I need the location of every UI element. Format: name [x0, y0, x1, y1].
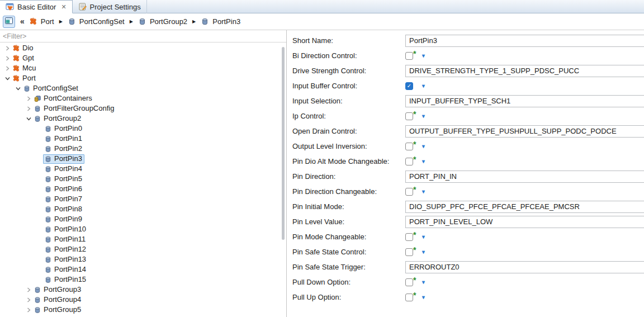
expander-expanded-icon[interactable]	[14, 84, 22, 92]
pin-direction-changeable-checkbox[interactable]	[405, 188, 413, 196]
form-label: Input Buffer Control:	[287, 82, 405, 90]
tree-item-portpin2[interactable]: PortPin2	[0, 144, 282, 154]
dropdown-arrow-icon[interactable]: ▼	[421, 159, 426, 164]
output-level-inversion-checkbox[interactable]	[405, 143, 413, 150]
tree-item-portpin14[interactable]: PortPin14	[0, 264, 282, 275]
input-buffer-control-checkbox[interactable]: ✓	[405, 82, 413, 90]
pin-initial-mode-field[interactable]	[405, 201, 644, 213]
tree-item-portpin9[interactable]: PortPin9	[0, 214, 282, 224]
tree-item-portgroup2[interactable]: PortGroup2	[0, 113, 282, 124]
breadcrumb-item-portconfigset[interactable]: PortConfigSet	[68, 17, 125, 26]
tab-basic-editor[interactable]: Basic Editor✕	[0, 0, 73, 13]
input-selection-field[interactable]	[405, 95, 644, 107]
expander-expanded-icon[interactable]	[3, 74, 11, 82]
module-icon	[12, 44, 20, 52]
config-icon	[44, 205, 52, 213]
toggle-form-editor-button[interactable]	[3, 16, 15, 28]
form-row-output-level-inversion: Output Level Inversion:*▼	[287, 139, 644, 154]
tree-item-portpin1[interactable]: PortPin1	[0, 134, 282, 144]
form-row-bi-direction-control: Bi Direction Control:*▼	[287, 48, 644, 63]
tree-item-portpin3[interactable]: PortPin3	[0, 154, 282, 164]
pin-safe-state-trigger-field[interactable]	[405, 261, 644, 273]
bi-direction-control-checkbox[interactable]	[405, 52, 413, 60]
expander-collapsed-icon[interactable]	[3, 64, 11, 72]
pull-up-option-checkbox[interactable]	[405, 294, 413, 301]
dropdown-arrow-icon[interactable]: ▼	[421, 295, 426, 300]
drive-strength-control-field[interactable]	[405, 65, 644, 77]
tree-item-portpin12[interactable]: PortPin12	[0, 244, 282, 254]
dropdown-arrow-icon[interactable]: ▼	[421, 53, 426, 59]
tree-item-dio[interactable]: Dio	[0, 43, 282, 53]
dropdown-arrow-icon[interactable]: ▼	[421, 234, 426, 240]
tree-item-label: PortConfigSet	[33, 84, 78, 93]
tree-item-portpin13[interactable]: PortPin13	[0, 254, 282, 264]
dropdown-arrow-icon[interactable]: ▼	[421, 144, 426, 149]
expander-collapsed-icon[interactable]	[25, 306, 32, 314]
form-row-pin-mode-changeable: Pin Mode Changeable:*▼	[287, 229, 644, 244]
tree-item-portgroup4[interactable]: PortGroup4	[0, 295, 282, 305]
expander-collapsed-icon[interactable]	[25, 105, 32, 112]
breadcrumb-arrow-icon[interactable]: ▶	[130, 19, 133, 24]
tab-label: Basic Editor	[17, 3, 56, 11]
form-control	[405, 125, 644, 138]
tab-project-settings[interactable]: Project Settings	[73, 0, 147, 13]
breadcrumb-item-portgroup2[interactable]: PortGroup2	[138, 17, 187, 26]
collapse-breadcrumb-icon[interactable]: «	[20, 17, 25, 26]
tree-item-mcu[interactable]: Mcu	[0, 63, 282, 73]
tree-item-portpin6[interactable]: PortPin6	[0, 184, 282, 194]
form-row-input-buffer-control: Input Buffer Control:✓*▼	[287, 78, 644, 93]
pin-safe-state-control-checkbox[interactable]	[405, 248, 413, 256]
pull-down-option-checkbox[interactable]	[405, 278, 413, 286]
tree-item-core: PortPin6	[43, 184, 84, 194]
tree-item-label: PortPin11	[54, 235, 86, 244]
tree-item-portpin10[interactable]: PortPin10	[0, 224, 282, 234]
tree-item-portpin4[interactable]: PortPin4	[0, 164, 282, 174]
tree-item-core: PortGroup2	[32, 114, 83, 124]
dropdown-arrow-icon[interactable]: ▼	[421, 83, 426, 89]
tree-item-portfiltergroupconfig[interactable]: PortFilterGroupConfig	[0, 103, 282, 113]
expander-collapsed-icon[interactable]	[3, 44, 11, 52]
form-row-pin-safe-state-trigger: Pin Safe State Trigger:	[287, 259, 644, 275]
tree-item-portcontainers[interactable]: PortContainers	[0, 93, 282, 103]
pin-dio-alt-mode-changeable-checkbox[interactable]	[405, 158, 413, 165]
dropdown-arrow-icon[interactable]: ▼	[421, 280, 426, 285]
pin-mode-changeable-checkbox[interactable]	[405, 233, 413, 241]
tree-scrollbar[interactable]	[282, 47, 285, 240]
expander-collapsed-icon[interactable]	[25, 94, 32, 102]
tree-item-portpin7[interactable]: PortPin7	[0, 194, 282, 204]
tree-item-portpin15[interactable]: PortPin15	[0, 275, 282, 285]
tree-item-portpin5[interactable]: PortPin5	[0, 174, 282, 184]
tree-item-gpt[interactable]: Gpt	[0, 53, 282, 63]
breadcrumb-item-portpin3[interactable]: PortPin3	[201, 17, 240, 26]
ip-control-checkbox[interactable]	[405, 112, 413, 120]
tree-item-portpin11[interactable]: PortPin11	[0, 234, 282, 244]
tree-item-port[interactable]: Port	[0, 73, 282, 83]
expander-spacer	[35, 185, 43, 193]
open-drain-control-field[interactable]	[405, 125, 644, 138]
form-row-pin-direction: Pin Direction:	[287, 169, 644, 184]
pin-level-value-field[interactable]	[405, 216, 644, 228]
config-icon	[34, 105, 41, 112]
close-icon[interactable]: ✕	[61, 3, 66, 11]
tree-item-portconfigset[interactable]: PortConfigSet	[0, 83, 282, 93]
dropdown-arrow-icon[interactable]: ▼	[421, 189, 426, 195]
expander-collapsed-icon[interactable]	[3, 54, 11, 62]
breadcrumb-arrow-icon[interactable]: ▶	[59, 19, 63, 24]
dropdown-arrow-icon[interactable]: ▼	[421, 249, 426, 255]
expander-collapsed-icon[interactable]	[25, 296, 32, 304]
tree-item-portgroup3[interactable]: PortGroup3	[0, 285, 282, 295]
tree-item-portpin0[interactable]: PortPin0	[0, 124, 282, 134]
form-control: *▼	[405, 278, 644, 287]
form-row-open-drain-control: Open Drain Control:	[287, 124, 644, 139]
tree-item-portpin8[interactable]: PortPin8	[0, 204, 282, 214]
expander-expanded-icon[interactable]	[25, 115, 32, 122]
pin-direction-field[interactable]	[405, 171, 644, 183]
short-name-field[interactable]	[405, 35, 644, 47]
tree-item-portgroup5[interactable]: PortGroup5	[0, 305, 282, 315]
expander-collapsed-icon[interactable]	[25, 286, 32, 294]
breadcrumb-arrow-icon[interactable]: ▶	[192, 19, 196, 24]
breadcrumb-item-port[interactable]: Port	[29, 17, 54, 26]
dropdown-arrow-icon[interactable]: ▼	[421, 113, 426, 119]
tree-item-core: PortFilterGroupConfig	[32, 104, 116, 113]
tree-filter-input[interactable]	[0, 30, 286, 42]
